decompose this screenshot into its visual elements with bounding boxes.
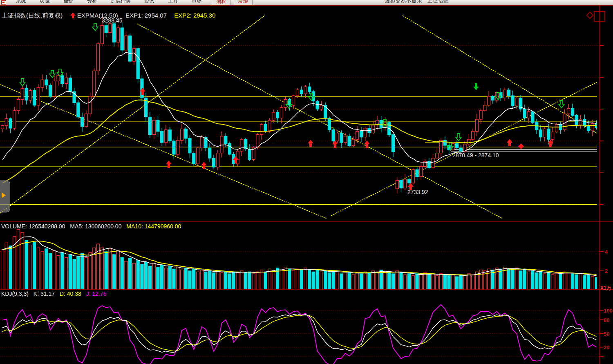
candle-body — [116, 28, 119, 42]
candle-body — [132, 49, 135, 61]
signal-arrow-layer — [20, 23, 564, 190]
price-pane — [0, 16, 600, 219]
buy-signal-arrow-icon — [507, 139, 512, 146]
candle-body — [432, 158, 434, 167]
candle-body — [408, 179, 411, 183]
volume-bar — [180, 270, 183, 290]
volume-bar — [200, 270, 203, 290]
candle-body — [587, 126, 590, 131]
volume-bar — [109, 249, 112, 290]
candle-body — [551, 132, 554, 139]
volume-bar — [344, 272, 347, 290]
volume-bar — [121, 257, 123, 290]
volume-bar — [29, 245, 32, 290]
exp1-value: EXP1: 2954.07 — [125, 12, 167, 19]
sidebar-expand-tab[interactable] — [0, 180, 10, 212]
candle-body — [352, 139, 355, 146]
kdj-indicator-name[interactable]: KDJ(9,3,3) — [1, 290, 29, 297]
volume-bar — [368, 273, 371, 290]
candle-body — [527, 112, 530, 118]
volume-bar — [145, 262, 148, 290]
volume-bar — [535, 273, 538, 290]
candle-body — [344, 136, 347, 143]
volume-bar — [468, 274, 470, 290]
volume-bar — [164, 268, 167, 290]
axis-layer — [0, 5, 613, 364]
candle-body — [65, 78, 68, 84]
candle-body — [17, 100, 20, 111]
volume-bar — [9, 246, 12, 290]
volume-bar — [37, 248, 40, 290]
volume-axis-tick-4: 4 — [605, 249, 608, 255]
menu-item-function[interactable]: 功能 — [33, 0, 56, 4]
volume-bar — [320, 272, 323, 290]
volume-unit-label: X1万 — [600, 285, 611, 292]
volume-bar — [495, 268, 498, 290]
candle-body — [515, 98, 518, 106]
candle-body — [224, 136, 227, 143]
volume-header: VOLUME: 126540288.00 MA5: 130060200.00 M… — [1, 223, 181, 230]
volume-bar — [148, 266, 151, 290]
red-up-arrow-icon — [70, 13, 76, 18]
volume-bar — [192, 269, 195, 290]
kdj-header: KDJ(9,3,3) K: 31.17 D: 40.38 J: 12.76 — [1, 290, 107, 297]
volume-bar — [372, 271, 375, 290]
volume-bar — [152, 263, 155, 290]
volume-bar — [531, 271, 534, 290]
candle-body — [316, 101, 319, 109]
volume-bar — [132, 263, 135, 290]
candle-body — [9, 118, 12, 128]
trend-line[interactable] — [0, 16, 265, 213]
candle-body — [37, 87, 40, 105]
volume-bar — [228, 274, 231, 290]
candle-body — [300, 90, 303, 94]
trend-line[interactable] — [403, 16, 600, 135]
kdj-j-value: J: 12.76 — [86, 290, 107, 297]
volume-bar — [21, 232, 24, 290]
candle-body — [543, 129, 546, 137]
maximize-pane-icon[interactable] — [594, 11, 605, 22]
candle-body — [396, 181, 398, 189]
candle-body — [284, 100, 287, 108]
volume-bar — [432, 274, 434, 290]
volume-bar — [583, 276, 586, 290]
volume-bar — [551, 275, 554, 290]
candle-body — [320, 105, 323, 109]
volume-bar — [456, 277, 459, 290]
volume-bar — [168, 266, 171, 290]
candle-body — [427, 161, 430, 168]
volume-bar — [213, 273, 215, 290]
menu-item-discover[interactable]: 发现 — [234, 0, 253, 5]
volume-bar — [328, 273, 331, 290]
chart-canvas[interactable] — [0, 0, 613, 364]
volume-bar — [424, 273, 427, 290]
menu-item-market[interactable]: 市场 — [185, 0, 208, 4]
trend-line[interactable] — [137, 24, 503, 219]
candle-body — [260, 124, 263, 134]
buy-signal-arrow-icon — [201, 162, 207, 169]
menu-item-extended[interactable]: 扩展行情 — [104, 0, 137, 4]
sell-signal-arrow-icon — [92, 23, 98, 31]
app-logo-icon[interactable] — [1, 0, 6, 4]
menu-item-quotes[interactable]: 报价 — [56, 0, 80, 4]
volume-bar — [587, 275, 590, 290]
candle-body — [200, 137, 203, 148]
volume-bar — [220, 273, 223, 290]
candle-body — [463, 144, 466, 151]
candle-body — [468, 139, 470, 144]
menu-item-analysis[interactable]: 分析 — [80, 0, 104, 4]
volume-bar — [380, 270, 383, 290]
candle-body — [248, 149, 251, 160]
candle-body — [13, 111, 16, 128]
kdj-j-line — [2, 305, 597, 364]
kdj-pane — [2, 305, 597, 364]
candle-body — [571, 108, 574, 115]
menu-item-system[interactable]: 系统 — [9, 0, 33, 4]
candlestick-layer — [1, 17, 598, 194]
menu-item-news[interactable]: 资讯 — [137, 0, 161, 4]
menu-item-options[interactable]: 期权 — [212, 0, 230, 5]
menu-item-tools[interactable]: 工具 — [161, 0, 185, 4]
candle-body — [472, 132, 474, 140]
candle-body — [483, 105, 486, 111]
volume-bar — [136, 260, 139, 290]
